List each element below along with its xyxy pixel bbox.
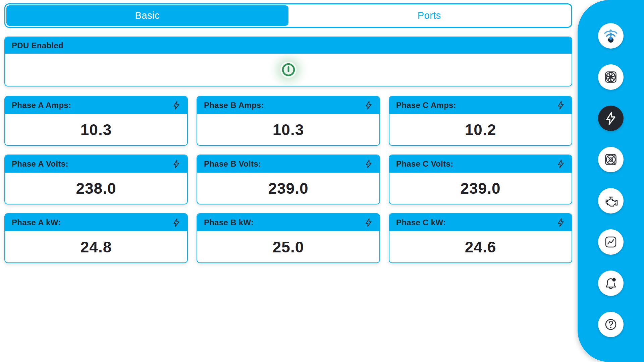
- engine-icon: [603, 193, 619, 209]
- metric-card-phase-a-amps: Phase A Amps: 10.3: [4, 96, 188, 146]
- sidebar: [578, 0, 644, 362]
- metric-card-phase-a-volts: Phase A Volts: 238.0: [4, 155, 188, 204]
- metric-label: Phase C kW:: [396, 218, 446, 227]
- sidebar-item-notifications[interactable]: [598, 270, 624, 296]
- metric-card-header: Phase A Volts:: [5, 155, 187, 173]
- metric-value-area: 238.0: [5, 173, 187, 204]
- metric-card-phase-b-amps: Phase B Amps: 10.3: [197, 96, 380, 146]
- metric-label: Phase C Volts:: [396, 159, 453, 169]
- power-icon: [281, 62, 296, 77]
- tab-bar: Basic Ports: [4, 3, 572, 28]
- metric-label: Phase B kW:: [204, 218, 254, 227]
- metric-value: 10.2: [465, 121, 496, 139]
- sidebar-item-home-logo[interactable]: [598, 23, 624, 49]
- tab-basic[interactable]: Basic: [6, 5, 288, 26]
- metric-card-phase-c-amps: Phase C Amps: 10.2: [389, 96, 572, 146]
- metric-value-area: 10.2: [389, 114, 572, 145]
- pdu-enabled-title: PDU Enabled: [12, 41, 63, 50]
- tab-ports-label: Ports: [418, 10, 441, 21]
- metric-card-header: Phase B Amps:: [197, 97, 379, 114]
- metric-grid: Phase A Amps: 10.3 Phase B Amps: 10.3 Ph…: [4, 96, 572, 263]
- tab-basic-label: Basic: [135, 10, 160, 21]
- pdu-enabled-header: PDU Enabled: [5, 37, 572, 54]
- metric-card-phase-a-kw: Phase A kW: 24.8: [4, 213, 188, 263]
- main-content: Basic Ports PDU Enabled Phase A Amps: 10…: [4, 3, 572, 263]
- metric-card-phase-b-kw: Phase B kW: 25.0: [197, 213, 380, 263]
- metric-value-area: 24.6: [389, 231, 572, 262]
- chart-trend-icon: [603, 234, 619, 250]
- metric-card-header: Phase C Volts:: [389, 155, 572, 173]
- metric-value-area: 239.0: [197, 173, 379, 204]
- sidebar-item-engine[interactable]: [598, 188, 624, 214]
- lightning-bolt-icon: [556, 99, 566, 111]
- lightning-bolt-icon: [364, 99, 373, 111]
- metric-label: Phase A Volts:: [12, 159, 68, 169]
- lightning-bolt-icon: [556, 217, 566, 229]
- brand-logo-icon: [602, 27, 620, 45]
- sidebar-item-radiator[interactable]: [598, 147, 624, 172]
- help-icon: [603, 316, 619, 333]
- metric-value: 239.0: [268, 179, 308, 197]
- metric-value: 24.8: [80, 238, 112, 256]
- pdu-enabled-body: [5, 54, 572, 86]
- metric-card-header: Phase A kW:: [5, 214, 187, 231]
- metric-card-header: Phase B kW:: [197, 214, 379, 231]
- sidebar-item-power[interactable]: [598, 106, 624, 131]
- metric-label: Phase A Amps:: [12, 101, 71, 110]
- metric-card-header: Phase B Volts:: [197, 155, 379, 173]
- metric-value-area: 24.8: [5, 231, 187, 262]
- lightning-bolt-icon: [556, 158, 566, 170]
- metric-card-header: Phase A Amps:: [5, 97, 187, 114]
- metric-card-phase-c-kw: Phase C kW: 24.6: [389, 213, 572, 263]
- radiator-fan-icon: [603, 152, 619, 168]
- lightning-bolt-icon: [172, 217, 181, 229]
- metric-value: 10.3: [273, 121, 304, 139]
- metric-card-phase-c-volts: Phase C Volts: 239.0: [389, 155, 572, 204]
- notifications-bell-icon: [602, 275, 619, 292]
- metric-label: Phase B Amps:: [204, 101, 264, 110]
- metric-value: 25.0: [273, 238, 304, 256]
- lightning-bolt-icon: [172, 158, 181, 170]
- power-lightning-icon: [603, 111, 618, 126]
- sidebar-item-help[interactable]: [598, 312, 624, 337]
- metric-value: 10.3: [80, 121, 112, 139]
- metric-value: 239.0: [460, 179, 500, 197]
- metric-value-area: 10.3: [197, 114, 379, 145]
- power-toggle-button[interactable]: [280, 62, 297, 78]
- metric-value-area: 239.0: [389, 173, 572, 204]
- metric-value: 24.6: [465, 238, 496, 256]
- tab-ports[interactable]: Ports: [288, 5, 571, 26]
- metric-card-header: Phase C Amps:: [389, 97, 572, 114]
- metric-value-area: 25.0: [197, 231, 379, 262]
- lightning-bolt-icon: [364, 158, 373, 170]
- lightning-bolt-icon: [172, 99, 181, 111]
- lightning-bolt-icon: [364, 217, 373, 229]
- sidebar-item-stats[interactable]: [598, 229, 624, 255]
- fan-icon: [603, 69, 619, 85]
- sidebar-item-fan[interactable]: [598, 64, 624, 90]
- metric-card-phase-b-volts: Phase B Volts: 239.0: [197, 155, 380, 204]
- metric-label: Phase C Amps:: [396, 101, 456, 110]
- metric-label: Phase A kW:: [12, 218, 61, 227]
- metric-value-area: 10.3: [5, 114, 187, 145]
- metric-value: 238.0: [76, 179, 116, 197]
- pdu-enabled-card: PDU Enabled: [4, 37, 572, 86]
- metric-label: Phase B Volts:: [204, 159, 261, 169]
- metric-card-header: Phase C kW:: [389, 214, 572, 231]
